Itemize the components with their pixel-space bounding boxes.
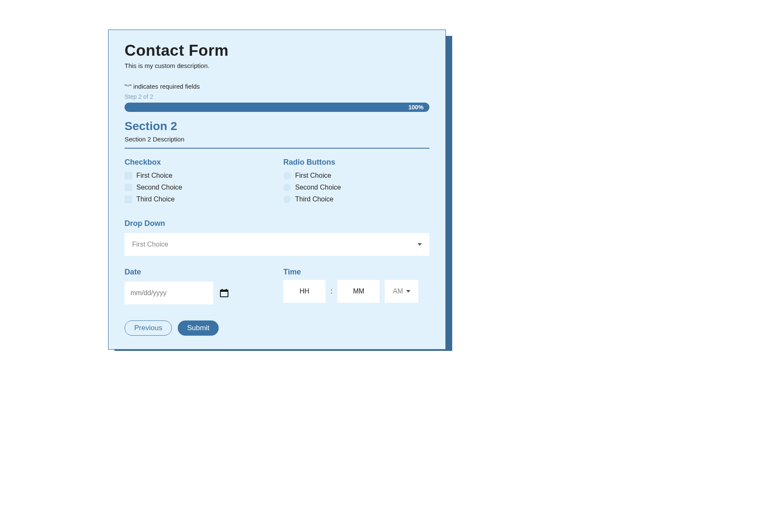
checkbox-label: Checkbox: [125, 158, 271, 167]
checkbox-option-label: First Choice: [136, 172, 172, 179]
form-description: This is my custom description.: [125, 62, 429, 69]
checkbox-option[interactable]: Third Choice: [125, 195, 271, 203]
progress-bar: 100%: [125, 103, 429, 112]
radio-option[interactable]: Second Choice: [283, 184, 429, 191]
date-input[interactable]: [125, 282, 213, 304]
radio-option-label: Second Choice: [295, 184, 341, 191]
required-fields-hint: "*" indicates required fields: [125, 83, 429, 90]
section-divider: [125, 148, 429, 149]
checkbox-option[interactable]: Second Choice: [125, 184, 271, 191]
form-title: Contact Form: [125, 42, 429, 60]
time-colon: :: [331, 288, 332, 295]
section-description: Section 2 Description: [125, 136, 429, 143]
svg-rect-3: [226, 289, 227, 290]
submit-button[interactable]: Submit: [178, 320, 219, 336]
step-indicator: Step 2 of 2: [125, 93, 429, 100]
radio-option-label: Third Choice: [295, 195, 334, 203]
checkbox-icon: [125, 195, 132, 203]
time-hour-input[interactable]: HH: [283, 280, 326, 303]
previous-button[interactable]: Previous: [125, 320, 172, 336]
form-wrapper: Contact Form This is my custom descripti…: [108, 30, 446, 350]
radio-icon: [283, 184, 291, 191]
chevron-down-icon: [406, 290, 410, 293]
radio-group: Radio Buttons First Choice Second Choice…: [283, 158, 429, 207]
svg-rect-1: [220, 290, 228, 292]
radio-icon: [283, 195, 291, 203]
date-field: Date: [125, 268, 271, 304]
dropdown-select[interactable]: First Choice: [125, 233, 429, 256]
radio-option[interactable]: Third Choice: [283, 195, 429, 203]
form-card: Contact Form This is my custom descripti…: [108, 30, 446, 350]
checkbox-icon: [125, 184, 132, 191]
radio-option-label: First Choice: [295, 172, 331, 179]
time-minute-input[interactable]: MM: [337, 280, 380, 303]
chevron-down-icon: [418, 243, 422, 246]
checkbox-option[interactable]: First Choice: [125, 172, 271, 179]
radio-icon: [283, 172, 291, 179]
time-field: Time HH : MM AM: [283, 268, 429, 304]
date-label: Date: [125, 268, 271, 277]
time-ampm-select[interactable]: AM: [385, 280, 418, 303]
svg-rect-2: [222, 289, 223, 290]
radio-option[interactable]: First Choice: [283, 172, 429, 179]
radio-label: Radio Buttons: [283, 158, 429, 167]
section-title: Section 2: [125, 119, 429, 133]
checkbox-option-label: Second Choice: [136, 184, 182, 191]
calendar-icon[interactable]: [220, 289, 228, 297]
time-label: Time: [283, 268, 429, 277]
dropdown-selected-value: First Choice: [132, 241, 168, 248]
progress-percent: 100%: [408, 103, 423, 112]
checkbox-icon: [125, 172, 132, 179]
checkbox-option-label: Third Choice: [136, 195, 175, 203]
checkbox-group: Checkbox First Choice Second Choice Thir…: [125, 158, 271, 207]
dropdown-label: Drop Down: [125, 219, 429, 228]
